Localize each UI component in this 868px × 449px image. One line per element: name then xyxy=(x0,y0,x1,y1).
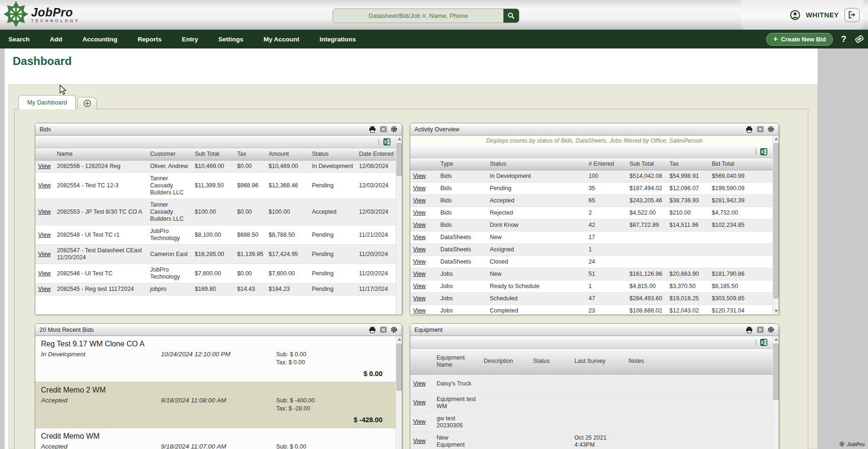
print-icon[interactable] xyxy=(746,126,753,133)
close-icon[interactable] xyxy=(380,126,387,133)
column-header[interactable]: Status xyxy=(530,349,572,374)
scroll-up-icon[interactable] xyxy=(396,136,402,142)
view-link[interactable]: View xyxy=(413,173,426,179)
close-icon[interactable] xyxy=(757,326,764,333)
column-header[interactable]: Amount xyxy=(266,148,309,160)
scroll-up-icon[interactable] xyxy=(773,336,779,343)
column-header[interactable]: Name xyxy=(54,148,147,160)
nav-item[interactable]: Add xyxy=(50,36,62,43)
recent-bid-item[interactable]: Credit Memo WM Accepted 9/18/2024 11:07:… xyxy=(35,428,396,449)
column-header[interactable]: Sub Total xyxy=(627,158,667,170)
column-header[interactable]: Sub Total xyxy=(192,148,234,160)
view-link[interactable]: View xyxy=(38,270,51,277)
view-link[interactable]: View xyxy=(413,399,426,406)
print-icon[interactable] xyxy=(369,126,376,133)
view-link[interactable]: View xyxy=(413,283,426,289)
view-link[interactable]: View xyxy=(413,209,426,216)
column-header[interactable]: Tax xyxy=(234,148,266,160)
activity-bidtotal-cell: $199,590.09 xyxy=(709,183,773,195)
column-header[interactable]: # Entered xyxy=(586,158,627,170)
view-link[interactable]: View xyxy=(38,182,51,189)
main-nav: SearchAddAccountingReportsEntrySettingsM… xyxy=(0,30,868,48)
print-icon[interactable] xyxy=(369,326,376,333)
scroll-up-icon[interactable] xyxy=(773,136,779,142)
add-tab-button[interactable] xyxy=(77,97,97,109)
recent-bid-item[interactable]: Reg Test 9.17 WM Clone CO A In Developme… xyxy=(35,336,396,382)
search-button[interactable] xyxy=(503,9,519,23)
view-link[interactable]: View xyxy=(413,258,426,265)
activity-entered-cell: 51 xyxy=(586,268,627,281)
column-header[interactable]: Status xyxy=(309,148,356,160)
recent-bids-scrollbar[interactable] xyxy=(396,336,402,449)
nav-item[interactable]: Accounting xyxy=(82,36,117,43)
view-link[interactable]: View xyxy=(413,246,426,253)
view-link[interactable]: View xyxy=(38,163,51,169)
gear-icon[interactable] xyxy=(390,326,398,333)
bid-tax-cell: $0.00 xyxy=(234,199,266,225)
logout-button[interactable] xyxy=(844,8,860,22)
equipment-scrollbar[interactable] xyxy=(772,336,779,449)
view-link[interactable]: View xyxy=(38,251,51,257)
view-link[interactable]: View xyxy=(413,234,426,241)
view-link[interactable]: View xyxy=(38,286,51,292)
column-header[interactable]: Date Entered xyxy=(356,148,397,160)
scroll-up-icon[interactable] xyxy=(396,336,402,343)
column-header[interactable]: Equipment Name xyxy=(434,349,481,374)
user-name[interactable]: WHITNEY xyxy=(806,11,839,19)
nav-item[interactable]: My Account xyxy=(263,36,299,43)
activity-scrollbar[interactable] xyxy=(772,136,779,314)
gear-icon[interactable] xyxy=(767,326,774,333)
scrollbar-thumb[interactable] xyxy=(773,143,779,298)
close-icon[interactable] xyxy=(380,326,387,333)
view-link[interactable]: View xyxy=(413,380,426,387)
view-link[interactable]: View xyxy=(413,295,426,302)
bid-status-cell: Pending xyxy=(309,173,356,199)
column-header[interactable]: Notes xyxy=(626,349,773,374)
scroll-down-icon[interactable] xyxy=(773,308,779,314)
search-input[interactable] xyxy=(333,9,503,23)
column-header[interactable]: Customer xyxy=(147,148,192,160)
column-header[interactable]: Description xyxy=(481,349,530,374)
view-link[interactable]: View xyxy=(413,307,426,314)
view-link[interactable]: View xyxy=(38,232,51,238)
column-header[interactable]: Bid Total xyxy=(709,158,773,170)
excel-export-icon[interactable] xyxy=(383,138,390,145)
column-header[interactable]: Status xyxy=(487,158,586,170)
print-icon[interactable] xyxy=(746,326,753,333)
view-link[interactable]: View xyxy=(413,418,426,425)
activity-tax-cell: $12,096.07 xyxy=(667,183,709,195)
view-link[interactable]: View xyxy=(413,197,426,204)
nav-item[interactable]: Reports xyxy=(138,36,162,43)
column-header[interactable]: Last Survey xyxy=(572,349,626,374)
scrollbar-thumb[interactable] xyxy=(397,344,402,391)
tag-icon[interactable] xyxy=(854,34,864,44)
view-link[interactable]: View xyxy=(413,271,426,277)
bid-date-cell: 12/08/2024 xyxy=(356,160,397,173)
view-link[interactable]: View xyxy=(38,208,51,215)
scrollbar-thumb[interactable] xyxy=(773,344,779,400)
bids-scrollbar[interactable] xyxy=(396,136,402,314)
scrollbar-thumb[interactable] xyxy=(397,143,402,176)
tab-my-dashboard[interactable]: My Dashboard xyxy=(18,95,76,109)
view-link[interactable]: View xyxy=(413,185,426,192)
excel-export-icon[interactable] xyxy=(760,339,767,346)
nav-item[interactable]: Entry xyxy=(182,36,199,43)
view-link[interactable]: View xyxy=(413,438,426,444)
help-icon[interactable]: ? xyxy=(841,34,846,44)
column-header[interactable]: Type xyxy=(438,158,487,170)
nav-item[interactable]: Settings xyxy=(218,36,243,43)
plus-icon: + xyxy=(773,36,778,42)
gear-icon[interactable] xyxy=(390,126,398,133)
nav-item[interactable]: Integrations xyxy=(319,36,356,43)
activity-tax-cell: $210.00 xyxy=(667,207,709,219)
close-icon[interactable] xyxy=(757,126,764,133)
column-header[interactable]: Tax xyxy=(667,158,709,170)
recent-bid-item[interactable]: Credit Memo 2 WM Accepted 9/18/2024 11:0… xyxy=(35,382,396,428)
view-link[interactable]: View xyxy=(413,222,426,228)
gear-icon[interactable] xyxy=(767,126,774,133)
nav-item[interactable]: Search xyxy=(8,36,30,43)
activity-type-cell: Jobs xyxy=(438,281,487,293)
excel-export-icon[interactable] xyxy=(760,148,767,155)
create-new-bid-button[interactable]: + Create New Bid xyxy=(766,33,833,46)
activity-type-cell: DataSheets xyxy=(438,256,487,268)
